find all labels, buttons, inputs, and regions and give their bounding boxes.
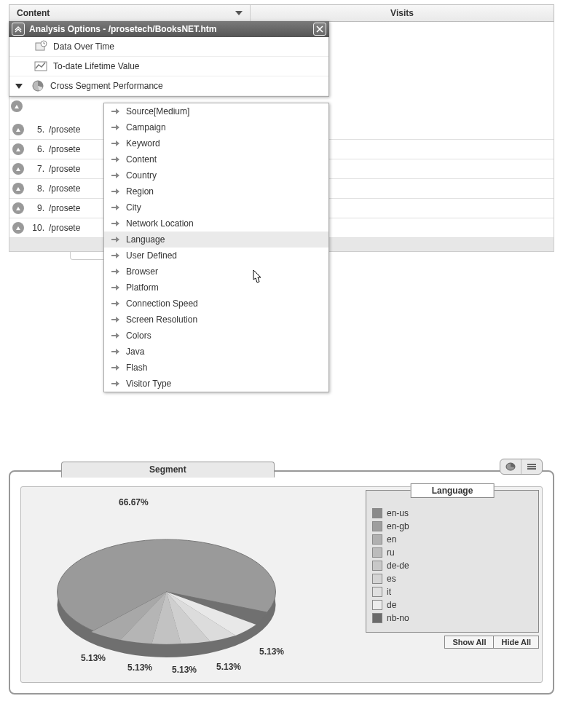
pie-view-button[interactable] [500,459,521,474]
option-cross-segment[interactable]: Cross Segment Performance [9,76,328,96]
legend-swatch [372,521,382,531]
collapse-panel-icon[interactable] [12,23,25,36]
column-header-visits-label: Visits [390,8,414,18]
submenu-item-label: Java [126,347,144,357]
legend-swatch [372,547,382,558]
cross-segment-submenu: Source[Medium]CampaignKeywordContentCoun… [103,103,329,392]
expand-icon[interactable] [12,183,24,194]
submenu-item-connection-speed[interactable]: Connection Speed [104,296,328,312]
expand-icon[interactable] [12,143,24,155]
legend-item[interactable]: de-de [372,559,532,572]
expand-icon[interactable] [12,163,24,175]
legend-item[interactable]: de [372,598,532,612]
hide-all-button[interactable]: Hide All [494,636,539,649]
option-lifetime-value[interactable]: To-date Lifetime Value [9,57,328,76]
option-data-over-time[interactable]: Data Over Time [9,37,328,57]
submenu-item-label: Colors [126,331,151,341]
submenu-item-label: User Defined [126,250,177,261]
legend-item[interactable]: en-us [372,507,532,520]
close-panel-button[interactable] [313,23,326,36]
legend-title: Language [411,483,495,498]
mouse-pointer-icon [249,269,264,288]
submenu-item-platform[interactable]: Platform [104,280,328,296]
bar-view-button[interactable] [521,459,542,474]
clock-chart-icon [34,40,47,53]
submenu-item-region[interactable]: Region [104,183,328,199]
legend-item[interactable]: ru [372,546,532,559]
legend-item[interactable]: en-gb [372,520,532,533]
option-label: To-date Lifetime Value [53,61,140,71]
column-header-visits[interactable]: Visits [251,5,554,21]
submenu-item-keyword[interactable]: Keyword [104,135,328,151]
expand-icon[interactable] [11,100,23,112]
legend-label: es [387,574,396,584]
show-all-button[interactable]: Show All [444,636,494,649]
submenu-item-content[interactable]: Content [104,151,328,167]
legend-swatch [372,587,382,597]
submenu-item-label: Visitor Type [126,379,171,389]
submenu-item-label: City [126,202,141,213]
arrow-right-icon [111,284,120,291]
legend-item[interactable]: es [372,572,532,585]
arrow-right-icon [111,332,120,339]
expand-icon[interactable] [12,222,24,234]
svg-rect-6 [527,466,536,467]
submenu-item-colors[interactable]: Colors [104,328,328,344]
row-index: 9. [28,203,44,213]
pie-label: 5.13% [259,646,284,657]
legend-label: de [387,600,396,610]
submenu-item-network-location[interactable]: Network Location [104,215,328,232]
arrow-right-icon [111,140,120,147]
submenu-item-language[interactable]: Language [104,232,328,248]
submenu-item-label: Platform [126,282,159,293]
submenu-item-campaign[interactable]: Campaign [104,119,328,135]
column-header-content[interactable]: Content [9,5,251,21]
expand-icon[interactable] [12,124,24,135]
svg-rect-5 [527,464,536,465]
panel-titlebar[interactable]: Analysis Options - /prosetech/BooksNET.h… [9,21,329,37]
legend-item[interactable]: it [372,585,532,598]
submenu-item-screen-resolution[interactable]: Screen Resolution [104,312,328,328]
option-label: Data Over Time [53,41,114,52]
submenu-item-flash[interactable]: Flash [104,360,328,376]
arrow-right-icon [111,124,120,131]
row-index: 7. [28,164,44,174]
arrow-right-icon [111,204,120,211]
arrow-right-icon [111,236,120,243]
submenu-item-browser[interactable]: Browser [104,264,328,280]
expand-icon[interactable] [12,202,24,214]
arrow-right-icon [111,380,120,387]
submenu-item-label: Campaign [126,122,166,132]
legend-item[interactable]: en [372,533,532,546]
pie-label: 5.13% [172,665,197,675]
submenu-item-city[interactable]: City [104,199,328,215]
row-index: 10. [28,223,44,233]
segment-tab[interactable]: Segment [61,462,275,478]
legend-label: it [387,587,391,597]
submenu-item-label: Network Location [126,218,194,229]
arrow-right-icon [111,188,120,195]
pie-chart: 66.67% 5.13% 5.13% 5.13% 5.13% 5.13% [24,490,360,679]
panel-title: Analysis Options - /prosetech/BooksNET.h… [29,24,309,34]
legend-label: en [387,534,396,545]
submenu-item-label: Language [126,234,165,245]
submenu-item-label: Connection Speed [126,298,198,309]
submenu-item-visitor-type[interactable]: Visitor Type [104,376,328,392]
legend-swatch [372,613,382,623]
legend-label: nb-no [387,613,409,623]
expanded-triangle-icon [15,84,23,89]
legend-swatch [372,508,382,518]
arrow-right-icon [111,172,120,179]
submenu-item-java[interactable]: Java [104,344,328,360]
arrow-right-icon [111,364,120,371]
row-index: 8. [28,183,44,194]
sort-arrow-icon [235,11,243,15]
submenu-item-user-defined[interactable]: User Defined [104,248,328,264]
analysis-options-panel: Analysis Options - /prosetech/BooksNET.h… [9,21,329,97]
arrow-right-icon [111,220,120,227]
legend-item[interactable]: nb-no [372,612,532,625]
arrow-right-icon [111,268,120,275]
submenu-item-country[interactable]: Country [104,167,328,183]
submenu-item-label: Source[Medium] [126,106,189,116]
submenu-item-source-medium-[interactable]: Source[Medium] [104,103,328,119]
